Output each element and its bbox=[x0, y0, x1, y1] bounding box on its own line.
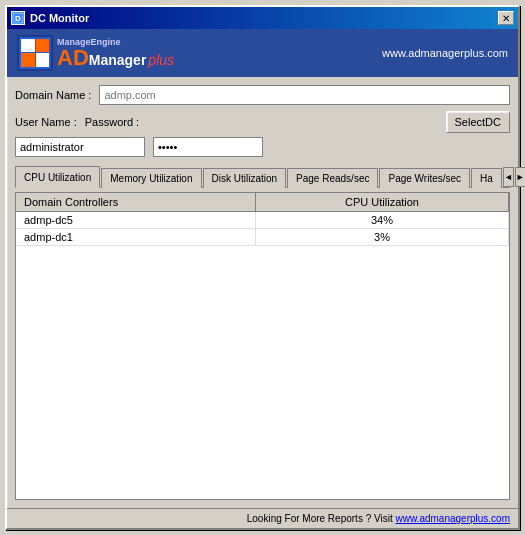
header-logo: ManageEngine AD Manager plus bbox=[17, 35, 174, 71]
dc-name-cell: admp-dc1 bbox=[16, 229, 256, 245]
table-row: admp-dc5 34% bbox=[16, 212, 509, 229]
svg-rect-4 bbox=[21, 53, 35, 67]
credentials-inputs-row bbox=[15, 137, 510, 157]
footer-text: Looking For More Reports ? Visit bbox=[247, 513, 396, 524]
svg-rect-5 bbox=[21, 39, 35, 52]
footer-link[interactable]: www.admanagerplus.com bbox=[396, 513, 511, 524]
username-input[interactable] bbox=[15, 137, 145, 157]
logo-plus-text: plus bbox=[148, 53, 174, 67]
table-row: admp-dc1 3% bbox=[16, 229, 509, 246]
password-label: Password : bbox=[85, 116, 139, 128]
domain-label: Domain Name : bbox=[15, 89, 91, 101]
header-area: ManageEngine AD Manager plus www.admanag… bbox=[7, 29, 518, 77]
title-bar-text: D DC Monitor bbox=[11, 11, 89, 25]
logo-ad-text: AD bbox=[57, 47, 89, 69]
close-button[interactable]: ✕ bbox=[498, 11, 514, 25]
window-title: DC Monitor bbox=[30, 12, 89, 24]
domain-input[interactable] bbox=[99, 85, 510, 105]
user-section: User Name : bbox=[15, 116, 77, 128]
title-bar: D DC Monitor ✕ bbox=[7, 7, 518, 29]
select-dc-button[interactable]: SelectDC bbox=[446, 111, 510, 133]
logo-text-area: ManageEngine AD Manager plus bbox=[57, 38, 174, 69]
tab-scroll-right-button[interactable]: ► bbox=[515, 167, 525, 187]
logo-svg-icon bbox=[17, 35, 53, 71]
tab-scroll-left-button[interactable]: ◄ bbox=[503, 167, 514, 187]
svg-text:D: D bbox=[15, 14, 21, 23]
svg-rect-7 bbox=[36, 53, 49, 67]
table-header: Domain Controllers CPU Utilization bbox=[16, 193, 509, 212]
value-cell: 3% bbox=[256, 229, 509, 245]
tab-page-reads[interactable]: Page Reads/sec bbox=[287, 168, 378, 188]
title-controls: ✕ bbox=[498, 11, 514, 25]
table-body: admp-dc5 34% admp-dc1 3% bbox=[16, 212, 509, 499]
main-window: D DC Monitor ✕ ManageEngine AD bbox=[5, 5, 520, 530]
password-input[interactable] bbox=[153, 137, 263, 157]
pwd-input-section bbox=[153, 137, 510, 157]
tab-cpu[interactable]: CPU Utilization bbox=[15, 166, 100, 188]
tabs-area: CPU Utilization Memory Utilization Disk … bbox=[15, 165, 510, 188]
header-url: www.admanagerplus.com bbox=[382, 47, 508, 59]
logo-manager-text: Manager bbox=[89, 53, 147, 67]
tab-memory[interactable]: Memory Utilization bbox=[101, 168, 201, 188]
col-header-value: CPU Utilization bbox=[256, 193, 509, 211]
window-icon: D bbox=[11, 11, 25, 25]
domain-row: Domain Name : bbox=[15, 85, 510, 105]
tab-disk[interactable]: Disk Utilization bbox=[203, 168, 287, 188]
tab-more[interactable]: Ha bbox=[471, 168, 502, 188]
svg-rect-6 bbox=[36, 39, 49, 52]
col-header-dc: Domain Controllers bbox=[16, 193, 256, 211]
value-cell: 34% bbox=[256, 212, 509, 228]
tab-page-writes[interactable]: Page Writes/sec bbox=[379, 168, 470, 188]
user-input-section bbox=[15, 137, 145, 157]
dc-name-cell: admp-dc5 bbox=[16, 212, 256, 228]
content-area: Domain Name : User Name : Password : Sel… bbox=[7, 77, 518, 508]
data-table: Domain Controllers CPU Utilization admp-… bbox=[15, 192, 510, 500]
pwd-section: Password : bbox=[85, 116, 438, 128]
user-label: User Name : bbox=[15, 116, 77, 128]
logo-combined: AD Manager plus bbox=[57, 47, 174, 69]
footer: Looking For More Reports ? Visit www.adm… bbox=[7, 508, 518, 528]
credentials-labels-row: User Name : Password : SelectDC bbox=[15, 111, 510, 133]
